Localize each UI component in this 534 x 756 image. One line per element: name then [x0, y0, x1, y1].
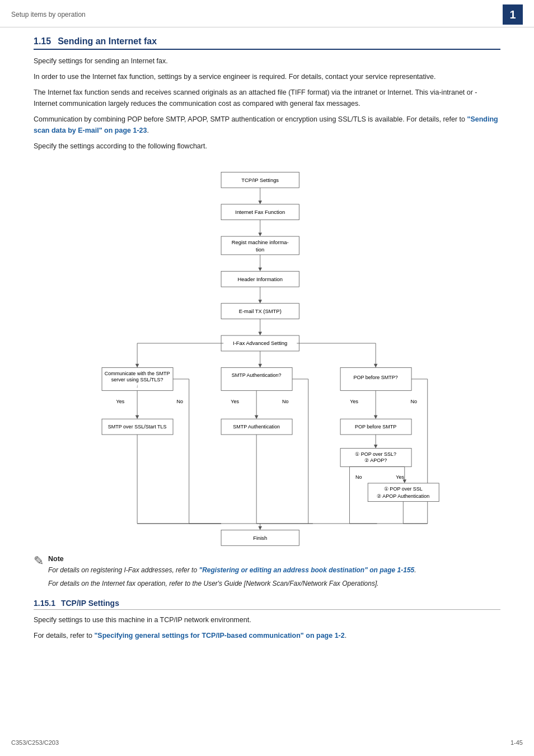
- note-body-2: For details on the Internet fax operatio…: [48, 578, 500, 589]
- flowchart: TCP/IP Settings Internet Fax Function Re…: [49, 163, 485, 544]
- page-container: Setup items by operation 1 1.15 Sending …: [0, 0, 534, 756]
- svg-marker-25: [135, 364, 139, 368]
- svg-text:Communicate with the SMTP: Communicate with the SMTP: [105, 371, 170, 376]
- svg-text:↓: ↓: [136, 384, 138, 389]
- svg-text:SMTP over SSL/Start TLS: SMTP over SSL/Start TLS: [108, 424, 167, 430]
- svg-marker-27: [258, 364, 262, 368]
- para-1: Specify settings for sending an Internet…: [34, 55, 500, 67]
- note-section: ✎ Note For details on registering I-Fax …: [34, 555, 500, 589]
- breadcrumb: Setup items by operation: [11, 11, 86, 18]
- note-icon: ✎: [34, 554, 44, 568]
- svg-text:Yes: Yes: [231, 399, 239, 404]
- svg-marker-51: [255, 416, 259, 419]
- svg-text:POP before SMTP?: POP before SMTP?: [353, 375, 397, 380]
- svg-text:SMTP Authentication: SMTP Authentication: [233, 424, 280, 430]
- svg-text:② APOP Authentication: ② APOP Authentication: [377, 493, 429, 499]
- flowchart-container: TCP/IP Settings Internet Fax Function Re…: [34, 163, 500, 544]
- svg-text:I-Fax Advanced Setting: I-Fax Advanced Setting: [233, 340, 287, 346]
- sub-para-2: For details, refer to "Specifying genera…: [34, 630, 500, 641]
- sub-section-heading-1-15-1: 1.15.1 TCP/IP Settings: [34, 599, 500, 610]
- para-2: In order to use the Internet fax functio…: [34, 71, 500, 82]
- svg-marker-7: [258, 233, 262, 237]
- svg-text:① POP over SSL?: ① POP over SSL?: [355, 451, 396, 457]
- sub-link[interactable]: "Specifying general settings for TCP/IP-…: [94, 632, 344, 640]
- para-5: Specify the settings according to the fo…: [34, 141, 500, 152]
- svg-text:No: No: [410, 399, 417, 404]
- svg-text:Internet Fax Function: Internet Fax Function: [235, 209, 285, 215]
- svg-marker-71: [374, 445, 378, 449]
- sub-para-1: Specify settings to use this machine in …: [34, 614, 500, 626]
- note-content: Note For details on registering I-Fax ad…: [48, 555, 500, 589]
- svg-text:No: No: [355, 474, 362, 480]
- svg-text:② APOP?: ② APOP?: [364, 458, 387, 463]
- svg-text:Header Information: Header Information: [237, 276, 283, 282]
- footer-page: 1-45: [510, 739, 523, 746]
- note-link-1[interactable]: "Registering or editing an address book …: [199, 566, 414, 574]
- svg-marker-30: [374, 364, 378, 368]
- svg-text:SMTP Authentication?: SMTP Authentication?: [232, 372, 282, 378]
- page-tab: 1: [503, 4, 523, 25]
- note-title: Note: [48, 555, 500, 563]
- svg-text:tion: tion: [256, 246, 264, 253]
- footer-model: C353/C253/C203: [11, 739, 59, 746]
- svg-text:server using SSL/TLS?: server using SSL/TLS?: [111, 377, 163, 382]
- svg-text:POP before SMTP: POP before SMTP: [355, 424, 396, 430]
- note-body-1: For details on registering I-Fax address…: [48, 565, 500, 575]
- svg-marker-3: [258, 200, 262, 204]
- svg-text:Yes: Yes: [396, 474, 404, 480]
- svg-marker-90: [258, 526, 262, 530]
- svg-rect-46: [221, 367, 292, 390]
- svg-text:No: No: [282, 399, 289, 404]
- svg-text:Finish: Finish: [253, 535, 267, 541]
- svg-text:TCP/IP Settings: TCP/IP Settings: [241, 177, 279, 183]
- sub-section-number: 1.15.1: [34, 599, 55, 608]
- svg-marker-64: [374, 416, 378, 419]
- flowchart-svg: TCP/IP Settings Internet Fax Function Re…: [49, 163, 485, 544]
- top-bar: Setup items by operation 1: [0, 0, 534, 27]
- svg-marker-82: [403, 479, 407, 483]
- page-footer: C353/C253/C203 1-45: [0, 739, 534, 746]
- svg-text:Yes: Yes: [350, 399, 358, 404]
- para-4: Communication by combining POP before SM…: [34, 114, 500, 136]
- svg-text:Yes: Yes: [116, 399, 124, 404]
- section-heading-1-15: 1.15 Sending an Internet fax: [34, 36, 500, 50]
- svg-text:E-mail TX (SMTP): E-mail TX (SMTP): [239, 308, 282, 314]
- svg-text:Regist machine informa-: Regist machine informa-: [232, 239, 289, 245]
- svg-marker-20: [258, 332, 262, 335]
- main-content: 1.15 Sending an Internet fax Specify set…: [0, 27, 534, 657]
- para-3: The Internet fax function sends and rece…: [34, 87, 500, 109]
- section-title: Sending an Internet fax: [58, 36, 157, 46]
- svg-marker-16: [258, 300, 262, 304]
- svg-marker-12: [258, 268, 262, 272]
- section-number: 1.15: [34, 36, 51, 46]
- sub-section-title: TCP/IP Settings: [61, 599, 119, 608]
- svg-marker-38: [135, 416, 139, 419]
- svg-text:No: No: [177, 399, 184, 404]
- svg-text:① POP over SSL: ① POP over SSL: [384, 486, 423, 492]
